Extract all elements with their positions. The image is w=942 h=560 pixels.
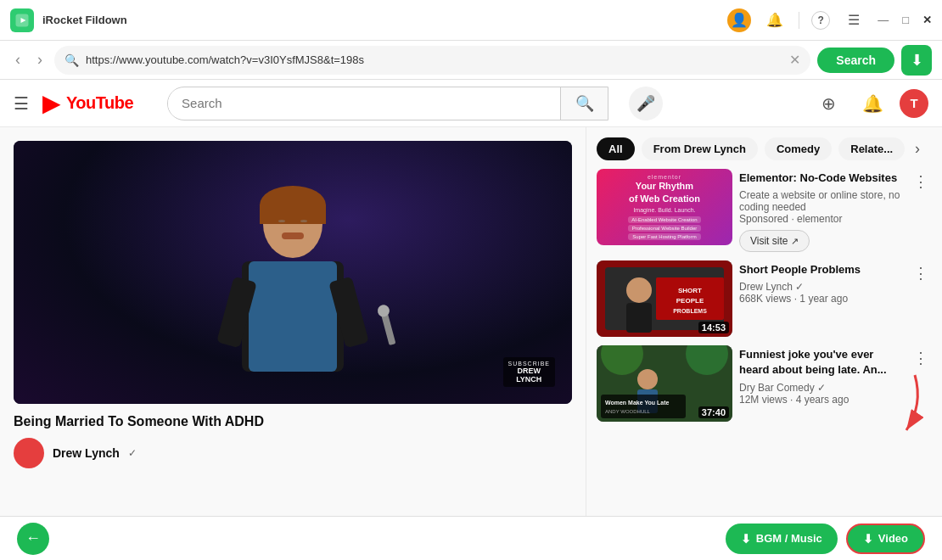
- short-people-info: Short People Problems Drew Lynch ✓ 668K …: [739, 260, 903, 337]
- yt-search-btn[interactable]: 🔍: [560, 87, 608, 120]
- performer-hair: [260, 186, 326, 224]
- bell-icon-btn[interactable]: 🔔: [763, 8, 787, 32]
- download-icon-btn[interactable]: ⬇: [901, 45, 932, 76]
- maximize-btn[interactable]: □: [902, 14, 909, 26]
- funniest-joke-info: Funniest joke you've ever heard about be…: [739, 345, 903, 422]
- title-bar: iRocket Fildown 👤 🔔 ? ☰ — □ ✕: [0, 0, 942, 41]
- short-people-channel: Drew Lynch ✓: [739, 281, 903, 293]
- video-download-btn[interactable]: ⬇ Video: [846, 524, 925, 554]
- yt-logo-text: YouTube: [66, 93, 133, 113]
- short-people-thumbnail: SHORT PEOPLE PROBLEMS 14:53: [597, 260, 732, 337]
- yt-header-right: ⊕ 🔔 T: [811, 87, 928, 120]
- svg-text:ANDY WOODHULL: ANDY WOODHULL: [605, 409, 651, 414]
- yt-notifications-btn[interactable]: 🔔: [855, 87, 889, 120]
- red-arrow-annotation: [889, 371, 940, 439]
- performer-torso: [242, 261, 344, 372]
- channel-avatar[interactable]: [14, 438, 44, 468]
- bgm-label: BGM / Music: [756, 532, 822, 545]
- video-title: Being Married To Someone With ADHD: [14, 412, 572, 431]
- bgm-download-icon: ⬇: [741, 532, 751, 546]
- funniest-joke-channel: Dry Bar Comedy ✓: [739, 382, 903, 394]
- short-people-video-card[interactable]: SHORT PEOPLE PROBLEMS 14:53 Short People…: [597, 260, 932, 337]
- sponsor-thumbnail: elementor Your Rhythmof Web Creation Ima…: [597, 169, 732, 245]
- verified-icon: ✓: [128, 447, 137, 459]
- video-player[interactable]: SUBSCRIBE DREWLYNCH: [14, 141, 572, 404]
- yt-create-btn[interactable]: ⊕: [811, 87, 845, 120]
- back-btn[interactable]: ‹: [10, 48, 25, 72]
- menu-icon-btn[interactable]: ☰: [842, 8, 866, 32]
- chip-all[interactable]: All: [597, 137, 635, 160]
- svg-text:PEOPLE: PEOPLE: [676, 297, 704, 305]
- url-search-icon: 🔍: [64, 53, 79, 67]
- video-label: Video: [878, 532, 908, 545]
- sponsor-badge: Sponsored · elementor: [739, 213, 903, 225]
- window-controls: — □ ✕: [878, 14, 932, 26]
- forward-btn[interactable]: ›: [32, 48, 48, 72]
- user-icon-btn[interactable]: 👤: [727, 8, 751, 32]
- download-buttons: ⬇ BGM / Music ⬇ Video: [726, 524, 925, 554]
- chip-from-drew[interactable]: From Drew Lynch: [642, 137, 758, 160]
- funniest-joke-title: Funniest joke you've ever heard about be…: [739, 347, 903, 378]
- close-btn[interactable]: ✕: [922, 14, 932, 26]
- short-people-meta: 668K views · 1 year ago: [739, 293, 903, 305]
- url-bar: 🔍 ✕: [54, 46, 810, 75]
- funniest-joke-video-card[interactable]: Women Make You Late ANDY WOODHULL 37:40 …: [597, 345, 932, 422]
- sidebar: All From Drew Lynch Comedy Relate... › e…: [586, 127, 942, 560]
- video-download-icon: ⬇: [863, 532, 873, 546]
- minimize-btn[interactable]: —: [878, 14, 889, 26]
- eye-left: [278, 220, 285, 222]
- subscribe-label: SUBSCRIBE: [508, 361, 550, 367]
- address-bar: ‹ › 🔍 ✕ Search ⬇: [0, 41, 942, 80]
- yt-search-wrap: 🔍: [167, 87, 608, 120]
- performer-head: [263, 190, 322, 258]
- short-people-title: Short People Problems: [739, 262, 903, 277]
- help-icon-btn[interactable]: ?: [811, 11, 830, 30]
- sponsor-info: Elementor: No-Code Websites Create a web…: [739, 169, 903, 252]
- visit-site-btn[interactable]: Visit site ↗: [739, 230, 810, 252]
- subscribe-name: DREWLYNCH: [508, 367, 550, 384]
- sponsor-content: elementor Your Rhythmof Web Creation Ima…: [628, 174, 700, 240]
- search-button[interactable]: Search: [817, 48, 894, 73]
- app-icon: [10, 8, 34, 32]
- svg-text:Women Make You Late: Women Make You Late: [605, 400, 670, 406]
- divider: [799, 12, 799, 29]
- svg-text:SHORT: SHORT: [678, 287, 702, 294]
- funniest-joke-duration: 37:40: [698, 406, 729, 418]
- funniest-joke-more-btn[interactable]: ⋮: [910, 345, 932, 371]
- performer-shirt: [249, 261, 337, 372]
- url-clear-btn[interactable]: ✕: [789, 52, 800, 68]
- back-fab-btn[interactable]: ←: [17, 523, 49, 555]
- yt-avatar[interactable]: T: [900, 89, 928, 118]
- svg-point-5: [626, 277, 652, 303]
- youtube-header: ☰ ▶ YouTube 🔍 🎤 ⊕ 🔔 T: [0, 80, 942, 127]
- sponsor-more-btn[interactable]: ⋮: [910, 169, 932, 194]
- svg-point-15: [637, 369, 658, 389]
- chip-comedy[interactable]: Comedy: [765, 137, 832, 160]
- visit-label: Visit site: [750, 235, 788, 247]
- bgm-download-btn[interactable]: ⬇ BGM / Music: [726, 524, 838, 554]
- sponsored-video-card[interactable]: elementor Your Rhythmof Web Creation Ima…: [597, 169, 932, 252]
- eye-right: [300, 220, 307, 222]
- chip-related[interactable]: Relate...: [838, 137, 905, 160]
- bottom-bar: ← ⬇ BGM / Music ⬇ Video: [0, 516, 942, 560]
- video-content: [242, 190, 344, 372]
- sponsor-description: Create a website or online store, no cod…: [739, 189, 903, 213]
- short-people-more-btn[interactable]: ⋮: [910, 260, 932, 286]
- yt-search-input[interactable]: [168, 89, 560, 117]
- main-content: SUBSCRIBE DREWLYNCH Being Married To Som…: [0, 127, 942, 560]
- channel-name: Drew Lynch: [53, 446, 120, 460]
- chips-more-btn[interactable]: ›: [911, 140, 923, 158]
- yt-mic-btn[interactable]: 🎤: [629, 87, 663, 120]
- channel-row: Drew Lynch ✓: [14, 438, 572, 468]
- titlebar-icons: 👤 🔔 ? ☰ — □ ✕: [727, 8, 932, 32]
- funniest-joke-meta: 12M views · 4 years ago: [739, 394, 903, 406]
- app-title: iRocket Fildown: [42, 14, 719, 26]
- subscribe-badge: SUBSCRIBE DREWLYNCH: [503, 357, 555, 387]
- short-people-duration: 14:53: [698, 322, 729, 333]
- beard: [282, 232, 304, 239]
- funniest-joke-thumbnail: Women Make You Late ANDY WOODHULL 37:40: [597, 345, 732, 422]
- yt-logo[interactable]: ▶ YouTube: [42, 89, 133, 117]
- filter-chips: All From Drew Lynch Comedy Relate... ›: [597, 127, 932, 169]
- url-input[interactable]: [86, 53, 782, 66]
- yt-menu-btn[interactable]: ☰: [14, 93, 29, 114]
